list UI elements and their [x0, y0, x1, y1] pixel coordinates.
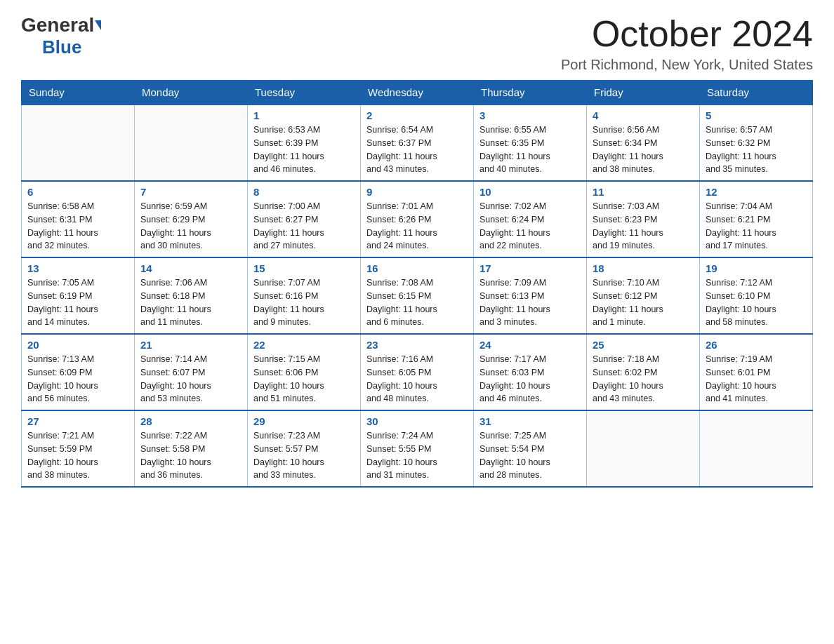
day-number: 9 — [366, 186, 468, 198]
day-info: Sunrise: 7:06 AM Sunset: 6:18 PM Dayligh… — [140, 276, 241, 329]
day-number: 7 — [140, 186, 241, 198]
calendar-cell: 10Sunrise: 7:02 AM Sunset: 6:24 PM Dayli… — [474, 181, 587, 257]
calendar-cell: 21Sunrise: 7:14 AM Sunset: 6:07 PM Dayli… — [135, 334, 248, 410]
calendar-cell: 1Sunrise: 6:53 AM Sunset: 6:39 PM Daylig… — [248, 105, 361, 181]
day-info: Sunrise: 7:00 AM Sunset: 6:27 PM Dayligh… — [253, 200, 355, 253]
calendar-cell: 24Sunrise: 7:17 AM Sunset: 6:03 PM Dayli… — [474, 334, 587, 410]
day-info: Sunrise: 7:10 AM Sunset: 6:12 PM Dayligh… — [593, 276, 694, 329]
day-number: 29 — [253, 415, 355, 427]
day-info: Sunrise: 7:04 AM Sunset: 6:21 PM Dayligh… — [706, 200, 807, 253]
calendar-cell — [587, 410, 700, 487]
calendar-week-row: 1Sunrise: 6:53 AM Sunset: 6:39 PM Daylig… — [22, 105, 813, 181]
calendar-cell: 2Sunrise: 6:54 AM Sunset: 6:37 PM Daylig… — [361, 105, 474, 181]
day-info: Sunrise: 7:22 AM Sunset: 5:58 PM Dayligh… — [140, 429, 241, 482]
calendar-cell: 6Sunrise: 6:58 AM Sunset: 6:31 PM Daylig… — [22, 181, 135, 257]
calendar-cell: 19Sunrise: 7:12 AM Sunset: 6:10 PM Dayli… — [700, 257, 813, 334]
calendar-cell: 31Sunrise: 7:25 AM Sunset: 5:54 PM Dayli… — [474, 410, 587, 487]
calendar-cell: 8Sunrise: 7:00 AM Sunset: 6:27 PM Daylig… — [248, 181, 361, 257]
calendar-cell: 29Sunrise: 7:23 AM Sunset: 5:57 PM Dayli… — [248, 410, 361, 487]
day-number: 11 — [593, 186, 694, 198]
day-info: Sunrise: 7:18 AM Sunset: 6:02 PM Dayligh… — [593, 353, 694, 405]
day-info: Sunrise: 6:56 AM Sunset: 6:34 PM Dayligh… — [593, 123, 694, 176]
calendar-cell: 17Sunrise: 7:09 AM Sunset: 6:13 PM Dayli… — [474, 257, 587, 334]
logo-blue-text: Blue — [42, 36, 81, 58]
day-number: 25 — [593, 339, 694, 351]
day-number: 8 — [253, 186, 355, 198]
calendar-cell: 23Sunrise: 7:16 AM Sunset: 6:05 PM Dayli… — [361, 334, 474, 410]
day-header-tuesday: Tuesday — [248, 81, 361, 105]
calendar-cell: 3Sunrise: 6:55 AM Sunset: 6:35 PM Daylig… — [474, 105, 587, 181]
day-number: 14 — [140, 262, 241, 274]
day-number: 19 — [706, 262, 807, 274]
calendar-cell: 12Sunrise: 7:04 AM Sunset: 6:21 PM Dayli… — [700, 181, 813, 257]
day-number: 6 — [27, 186, 128, 198]
day-number: 4 — [593, 109, 694, 121]
day-number: 2 — [366, 109, 468, 121]
calendar-week-row: 13Sunrise: 7:05 AM Sunset: 6:19 PM Dayli… — [22, 257, 813, 334]
day-info: Sunrise: 7:15 AM Sunset: 6:06 PM Dayligh… — [253, 353, 355, 405]
day-number: 22 — [253, 339, 355, 351]
day-number: 20 — [27, 339, 128, 351]
calendar-cell: 20Sunrise: 7:13 AM Sunset: 6:09 PM Dayli… — [22, 334, 135, 410]
day-info: Sunrise: 7:16 AM Sunset: 6:05 PM Dayligh… — [366, 353, 468, 405]
day-number: 13 — [27, 262, 128, 274]
day-number: 31 — [479, 415, 581, 427]
calendar-cell: 13Sunrise: 7:05 AM Sunset: 6:19 PM Dayli… — [22, 257, 135, 334]
day-number: 24 — [479, 339, 581, 351]
day-info: Sunrise: 7:23 AM Sunset: 5:57 PM Dayligh… — [253, 429, 355, 482]
day-info: Sunrise: 7:01 AM Sunset: 6:26 PM Dayligh… — [366, 200, 468, 253]
logo-arrow-icon — [95, 20, 101, 30]
calendar-cell — [700, 410, 813, 487]
day-info: Sunrise: 7:14 AM Sunset: 6:07 PM Dayligh… — [140, 353, 241, 405]
day-info: Sunrise: 7:25 AM Sunset: 5:54 PM Dayligh… — [479, 429, 581, 482]
calendar-cell: 16Sunrise: 7:08 AM Sunset: 6:15 PM Dayli… — [361, 257, 474, 334]
day-header-monday: Monday — [135, 81, 248, 105]
calendar-cell: 22Sunrise: 7:15 AM Sunset: 6:06 PM Dayli… — [248, 334, 361, 410]
logo-general-text: General — [21, 14, 101, 36]
calendar-week-row: 20Sunrise: 7:13 AM Sunset: 6:09 PM Dayli… — [22, 334, 813, 410]
calendar-table: SundayMondayTuesdayWednesdayThursdayFrid… — [21, 80, 813, 488]
calendar-cell: 11Sunrise: 7:03 AM Sunset: 6:23 PM Dayli… — [587, 181, 700, 257]
day-info: Sunrise: 6:55 AM Sunset: 6:35 PM Dayligh… — [479, 123, 581, 176]
page-header: General Blue October 2024 Port Richmond,… — [21, 14, 813, 73]
calendar-cell: 26Sunrise: 7:19 AM Sunset: 6:01 PM Dayli… — [700, 334, 813, 410]
day-info: Sunrise: 6:54 AM Sunset: 6:37 PM Dayligh… — [366, 123, 468, 176]
calendar-cell: 28Sunrise: 7:22 AM Sunset: 5:58 PM Dayli… — [135, 410, 248, 487]
day-info: Sunrise: 6:57 AM Sunset: 6:32 PM Dayligh… — [706, 123, 807, 176]
day-header-friday: Friday — [587, 81, 700, 105]
day-info: Sunrise: 7:12 AM Sunset: 6:10 PM Dayligh… — [706, 276, 807, 329]
day-number: 15 — [253, 262, 355, 274]
day-info: Sunrise: 7:17 AM Sunset: 6:03 PM Dayligh… — [479, 353, 581, 405]
day-number: 28 — [140, 415, 241, 427]
day-info: Sunrise: 7:21 AM Sunset: 5:59 PM Dayligh… — [27, 429, 128, 482]
day-info: Sunrise: 7:07 AM Sunset: 6:16 PM Dayligh… — [253, 276, 355, 329]
day-info: Sunrise: 7:02 AM Sunset: 6:24 PM Dayligh… — [479, 200, 581, 253]
calendar-cell: 18Sunrise: 7:10 AM Sunset: 6:12 PM Dayli… — [587, 257, 700, 334]
day-info: Sunrise: 7:19 AM Sunset: 6:01 PM Dayligh… — [706, 353, 807, 405]
day-header-sunday: Sunday — [22, 81, 135, 105]
calendar-cell: 4Sunrise: 6:56 AM Sunset: 6:34 PM Daylig… — [587, 105, 700, 181]
calendar-header-row: SundayMondayTuesdayWednesdayThursdayFrid… — [22, 81, 813, 105]
calendar-cell — [22, 105, 135, 181]
day-number: 30 — [366, 415, 468, 427]
day-number: 5 — [706, 109, 807, 121]
calendar-cell: 15Sunrise: 7:07 AM Sunset: 6:16 PM Dayli… — [248, 257, 361, 334]
day-number: 21 — [140, 339, 241, 351]
title-block: October 2024 Port Richmond, New York, Un… — [561, 14, 813, 73]
day-info: Sunrise: 6:59 AM Sunset: 6:29 PM Dayligh… — [140, 200, 241, 253]
calendar-cell: 30Sunrise: 7:24 AM Sunset: 5:55 PM Dayli… — [361, 410, 474, 487]
calendar-cell — [135, 105, 248, 181]
calendar-week-row: 6Sunrise: 6:58 AM Sunset: 6:31 PM Daylig… — [22, 181, 813, 257]
logo: General Blue — [21, 14, 101, 58]
day-info: Sunrise: 7:13 AM Sunset: 6:09 PM Dayligh… — [27, 353, 128, 405]
day-header-wednesday: Wednesday — [361, 81, 474, 105]
day-number: 10 — [479, 186, 581, 198]
day-info: Sunrise: 7:24 AM Sunset: 5:55 PM Dayligh… — [366, 429, 468, 482]
day-header-saturday: Saturday — [700, 81, 813, 105]
day-number: 18 — [593, 262, 694, 274]
day-number: 1 — [253, 109, 355, 121]
calendar-cell: 14Sunrise: 7:06 AM Sunset: 6:18 PM Dayli… — [135, 257, 248, 334]
calendar-cell: 25Sunrise: 7:18 AM Sunset: 6:02 PM Dayli… — [587, 334, 700, 410]
day-info: Sunrise: 7:08 AM Sunset: 6:15 PM Dayligh… — [366, 276, 468, 329]
day-number: 23 — [366, 339, 468, 351]
